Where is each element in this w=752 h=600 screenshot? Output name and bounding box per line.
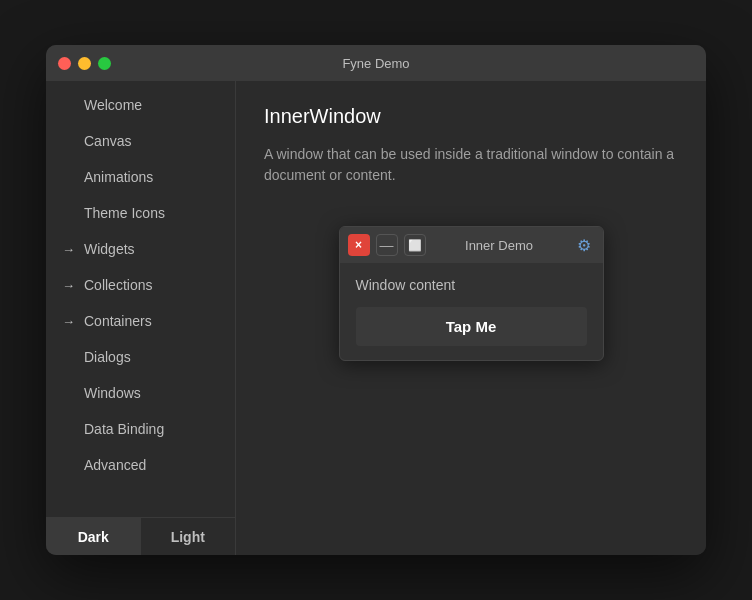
inner-close-button[interactable]: × (348, 234, 370, 256)
collections-arrow-icon: → (62, 278, 76, 293)
sidebar-items: Welcome Canvas Animations Theme Icons → … (46, 81, 235, 517)
inner-window-body: Window content Tap Me (340, 263, 603, 360)
inner-maximize-button[interactable]: ⬜ (404, 234, 426, 256)
content-area: InnerWindow A window that can be used in… (236, 81, 706, 555)
minimize-button[interactable] (78, 57, 91, 70)
inner-maximize-icon: ⬜ (408, 239, 422, 252)
sidebar-item-data-binding-label: Data Binding (84, 421, 164, 437)
content-title: InnerWindow (264, 105, 678, 128)
sidebar-item-widgets[interactable]: → Widgets (46, 231, 235, 267)
tap-me-button[interactable]: Tap Me (356, 307, 587, 346)
titlebar: Fyne Demo (46, 45, 706, 81)
sidebar-item-canvas-label: Canvas (84, 133, 131, 149)
inner-minimize-button[interactable]: — (376, 234, 398, 256)
inner-settings-icon: ⚙ (577, 236, 591, 255)
traffic-lights (58, 57, 111, 70)
sidebar-item-data-binding[interactable]: Data Binding (46, 411, 235, 447)
inner-settings-button[interactable]: ⚙ (573, 234, 595, 256)
sidebar-item-collections[interactable]: → Collections (46, 267, 235, 303)
sidebar-item-widgets-label: Widgets (84, 241, 135, 257)
theme-switcher: Dark Light (46, 517, 235, 555)
close-button[interactable] (58, 57, 71, 70)
sidebar-item-animations[interactable]: Animations (46, 159, 235, 195)
sidebar: Welcome Canvas Animations Theme Icons → … (46, 81, 236, 555)
sidebar-item-theme-icons-label: Theme Icons (84, 205, 165, 221)
sidebar-item-canvas[interactable]: Canvas (46, 123, 235, 159)
dark-theme-button[interactable]: Dark (46, 518, 141, 555)
inner-window-demo: × — ⬜ Inner Demo ⚙ Window content Tap M (339, 226, 604, 361)
maximize-button[interactable] (98, 57, 111, 70)
sidebar-item-dialogs-label: Dialogs (84, 349, 131, 365)
main-window: Fyne Demo Welcome Canvas Animations Them… (46, 45, 706, 555)
widgets-arrow-icon: → (62, 242, 76, 257)
window-content-label: Window content (356, 277, 587, 293)
sidebar-item-theme-icons[interactable]: Theme Icons (46, 195, 235, 231)
sidebar-item-dialogs[interactable]: Dialogs (46, 339, 235, 375)
sidebar-item-animations-label: Animations (84, 169, 153, 185)
inner-close-icon: × (355, 238, 362, 252)
window-title: Fyne Demo (342, 56, 409, 71)
main-content: Welcome Canvas Animations Theme Icons → … (46, 81, 706, 555)
containers-arrow-icon: → (62, 314, 76, 329)
content-description: A window that can be used inside a tradi… (264, 144, 678, 186)
sidebar-item-windows[interactable]: Windows (46, 375, 235, 411)
sidebar-item-containers-label: Containers (84, 313, 152, 329)
inner-titlebar: × — ⬜ Inner Demo ⚙ (340, 227, 603, 263)
sidebar-item-windows-label: Windows (84, 385, 141, 401)
sidebar-item-containers[interactable]: → Containers (46, 303, 235, 339)
sidebar-item-advanced-label: Advanced (84, 457, 146, 473)
inner-minimize-icon: — (380, 237, 394, 253)
sidebar-item-welcome-label: Welcome (84, 97, 142, 113)
inner-window-title: Inner Demo (432, 238, 567, 253)
sidebar-item-advanced[interactable]: Advanced (46, 447, 235, 483)
light-theme-button[interactable]: Light (141, 518, 236, 555)
sidebar-item-collections-label: Collections (84, 277, 152, 293)
sidebar-item-welcome[interactable]: Welcome (46, 87, 235, 123)
